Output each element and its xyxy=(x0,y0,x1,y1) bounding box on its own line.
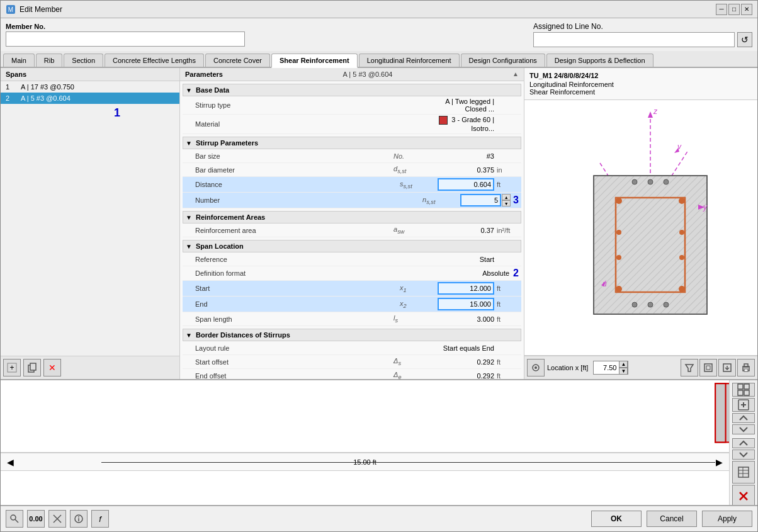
footer-icons: 0.00 f xyxy=(6,510,109,528)
cross-section-drawing: z y v u xyxy=(524,100,757,356)
assigned-input[interactable]: 22 xyxy=(533,32,735,47)
bottom-up-button[interactable] xyxy=(732,413,755,423)
tab-section[interactable]: Section xyxy=(64,54,103,67)
footer-buttons: OK Cancel Apply xyxy=(591,511,752,527)
end-input-box[interactable] xyxy=(438,298,494,310)
svg-rect-71 xyxy=(744,390,749,395)
number-spin-down[interactable]: ▼ xyxy=(502,200,511,207)
dimension-bar: ◀ 15.00 ft ▶ xyxy=(1,453,729,470)
member-no-input[interactable]: 9 xyxy=(6,31,245,47)
param-end-offset: End offset Δe 0.292 ft xyxy=(183,369,521,379)
number-spin-up[interactable]: ▲ xyxy=(502,194,511,200)
dim-line xyxy=(101,462,715,463)
svg-rect-75 xyxy=(738,467,749,477)
param-number: Number ns,st ▲ ▼ 3 xyxy=(183,193,521,208)
svg-point-24 xyxy=(664,179,669,184)
span-row-1[interactable]: 1 A | 17 #3 @0.750 xyxy=(1,81,179,93)
span-location-header[interactable]: ▼ Span Location xyxy=(183,240,521,252)
axes-button[interactable] xyxy=(48,510,66,528)
view-settings-button[interactable] xyxy=(527,359,545,376)
tab-design-support[interactable]: Design Supports & Deflection xyxy=(546,54,653,67)
svg-rect-68 xyxy=(738,384,743,389)
base-data-toggle: ▼ xyxy=(186,87,193,94)
info-button[interactable] xyxy=(70,510,88,528)
end-input[interactable] xyxy=(438,298,494,310)
beam-view xyxy=(1,380,729,453)
right-bottom-icons xyxy=(729,380,757,505)
edit-member-window: M Edit Member ─ □ ✕ Member No. 9 Assigne… xyxy=(0,0,758,532)
location-value-input[interactable] xyxy=(594,363,619,373)
bottom-table-button[interactable] xyxy=(732,461,755,484)
bottom-grid-button[interactable] xyxy=(732,383,755,397)
svg-text:M: M xyxy=(8,6,13,13)
refresh-button[interactable]: ↺ xyxy=(737,32,752,47)
border-toggle: ▼ xyxy=(186,332,193,339)
minimize-button[interactable]: ─ xyxy=(716,4,727,15)
bottom-add-button[interactable] xyxy=(732,398,755,412)
copy-span-button[interactable] xyxy=(23,359,41,376)
bottom-section: ◀ 15.00 ft ▶ xyxy=(1,379,757,505)
param-def-format: Definition format Absolute 2 xyxy=(183,266,521,281)
reinf-areas-title: Reinforcement Areas xyxy=(196,213,265,221)
param-reinf-area: Reinforcement area asw 0.37 in²/ft xyxy=(183,224,521,237)
zero-button[interactable]: 0.00 xyxy=(27,510,45,528)
location-input[interactable]: ▲ ▼ xyxy=(593,361,628,375)
span-row-2[interactable]: 2 A | 5 #3 @0.604 xyxy=(1,93,179,104)
svg-line-82 xyxy=(15,519,18,523)
add-span-button[interactable]: + xyxy=(3,359,21,376)
svg-point-19 xyxy=(616,255,621,260)
params-info: A | 5 #3 @0.604 xyxy=(343,71,393,78)
distance-input-box[interactable] xyxy=(438,178,494,191)
location-label: Location x [ft] xyxy=(547,364,588,371)
assigned-label: Assigned to Line No. xyxy=(533,22,603,31)
delete-span-button[interactable]: ✕ xyxy=(43,359,61,376)
bottom-cancel-button[interactable] xyxy=(732,485,755,505)
number-input[interactable] xyxy=(460,194,501,207)
apply-button[interactable]: Apply xyxy=(702,511,752,527)
svg-rect-12 xyxy=(594,176,707,314)
param-bar-size: Bar size No. #3 xyxy=(183,149,521,163)
start-input[interactable] xyxy=(438,282,494,295)
distance-input[interactable] xyxy=(438,178,494,191)
param-start-offset: Start offset Δs 0.292 ft xyxy=(183,355,521,369)
maximize-button[interactable]: □ xyxy=(728,4,740,15)
tab-concrete-eff[interactable]: Concrete Effective Lengths xyxy=(105,54,204,67)
expand-view-button[interactable] xyxy=(699,359,717,376)
tab-concrete-cover[interactable]: Concrete Cover xyxy=(205,54,270,67)
close-button[interactable]: ✕ xyxy=(741,4,752,15)
stirrup-params-section: ▼ Stirrup Parameters Bar size No. #3 Bar… xyxy=(183,137,521,208)
parameters-panel: Parameters A | 5 #3 @0.604 ▲ ▼ Base Data… xyxy=(180,68,524,379)
start-input-box[interactable] xyxy=(438,282,494,295)
reinf-areas-section: ▼ Reinforcement Areas Reinforcement area… xyxy=(183,211,521,237)
print-button[interactable] xyxy=(737,359,755,376)
svg-point-20 xyxy=(679,230,684,235)
cancel-button[interactable]: Cancel xyxy=(647,511,697,527)
window-title: Edit Member xyxy=(20,5,716,14)
bottom-down2-button[interactable] xyxy=(732,450,755,460)
tab-shear[interactable]: Shear Reinforcement xyxy=(271,54,358,68)
ok-button[interactable]: OK xyxy=(591,511,642,527)
bottom-up2-button[interactable] xyxy=(732,438,755,448)
tab-rib[interactable]: Rib xyxy=(36,54,63,67)
reinf-areas-header[interactable]: ▼ Reinforcement Areas xyxy=(183,211,521,224)
export-button[interactable] xyxy=(718,359,736,376)
filter-button[interactable] xyxy=(681,359,698,376)
tab-main[interactable]: Main xyxy=(3,54,35,67)
search-button[interactable] xyxy=(6,510,23,528)
tab-design-config[interactable]: Design Configurations xyxy=(461,54,545,67)
bottom-down-button[interactable] xyxy=(732,424,755,434)
param-material: Material 3 - Grade 60 | Isotro... xyxy=(183,115,521,134)
right-info: TU_M1 24/8/0/8/24/12 Longitudinal Reinfo… xyxy=(524,68,757,100)
location-down[interactable]: ▼ xyxy=(619,368,628,375)
tab-long-reinf[interactable]: Longitudinal Reinforcement xyxy=(359,54,460,67)
location-up[interactable]: ▲ xyxy=(619,361,628,368)
svg-point-86 xyxy=(78,516,79,518)
function-button[interactable]: f xyxy=(91,510,109,528)
border-distances-header[interactable]: ▼ Border Distances of Stirrups xyxy=(183,329,521,341)
right-info-line2: Shear Reinforcement xyxy=(529,88,752,96)
span-num-1: 1 xyxy=(6,83,21,91)
base-data-header[interactable]: ▼ Base Data xyxy=(183,84,521,96)
span-location-title: Span Location xyxy=(196,242,244,250)
stirrup-params-header[interactable]: ▼ Stirrup Parameters xyxy=(183,137,521,149)
svg-point-21 xyxy=(679,255,684,260)
